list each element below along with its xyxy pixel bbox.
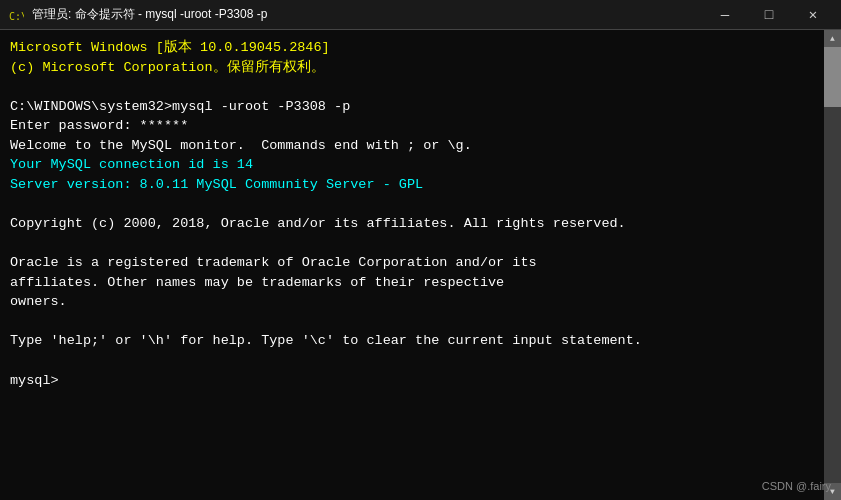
scrollbar[interactable]: ▲ ▼ [824,30,841,500]
minimize-button[interactable]: — [705,4,745,26]
cmd-icon: C:\ [8,7,24,23]
terminal-line: mysql> [10,371,814,391]
terminal-line: Welcome to the MySQL monitor. Commands e… [10,136,814,156]
terminal-line: Enter password: ****** [10,116,814,136]
terminal-line: Server version: 8.0.11 MySQL Community S… [10,175,814,195]
terminal-line: Oracle is a registered trademark of Orac… [10,253,814,273]
terminal-line [10,195,814,215]
terminal-line: Type 'help;' or '\h' for help. Type '\c'… [10,331,814,351]
window-title: 管理员: 命令提示符 - mysql -uroot -P3308 -p [32,6,267,23]
svg-text:C:\: C:\ [9,11,24,22]
terminal-line: owners. [10,292,814,312]
close-button[interactable]: ✕ [793,4,833,26]
scroll-thumb[interactable] [824,47,841,107]
terminal: Microsoft Windows [版本 10.0.19045.2846](c… [0,30,841,500]
maximize-button[interactable]: □ [749,4,789,26]
scroll-up-button[interactable]: ▲ [824,30,841,47]
scroll-track [824,47,841,483]
terminal-line: Copyright (c) 2000, 2018, Oracle and/or … [10,214,814,234]
terminal-line: C:\WINDOWS\system32>mysql -uroot -P3308 … [10,97,814,117]
title-bar-left: C:\ 管理员: 命令提示符 - mysql -uroot -P3308 -p [8,6,267,23]
terminal-line [10,312,814,332]
terminal-line: Microsoft Windows [版本 10.0.19045.2846] [10,38,814,58]
title-bar-buttons: — □ ✕ [705,4,833,26]
terminal-line [10,77,814,97]
title-bar: C:\ 管理员: 命令提示符 - mysql -uroot -P3308 -p … [0,0,841,30]
terminal-content[interactable]: Microsoft Windows [版本 10.0.19045.2846](c… [0,30,824,500]
terminal-line: (c) Microsoft Corporation。保留所有权利。 [10,58,814,78]
terminal-line [10,234,814,254]
terminal-line: Your MySQL connection id is 14 [10,155,814,175]
watermark: CSDN @.fairy [762,480,831,492]
terminal-line [10,351,814,371]
terminal-line: affiliates. Other names may be trademark… [10,273,814,293]
